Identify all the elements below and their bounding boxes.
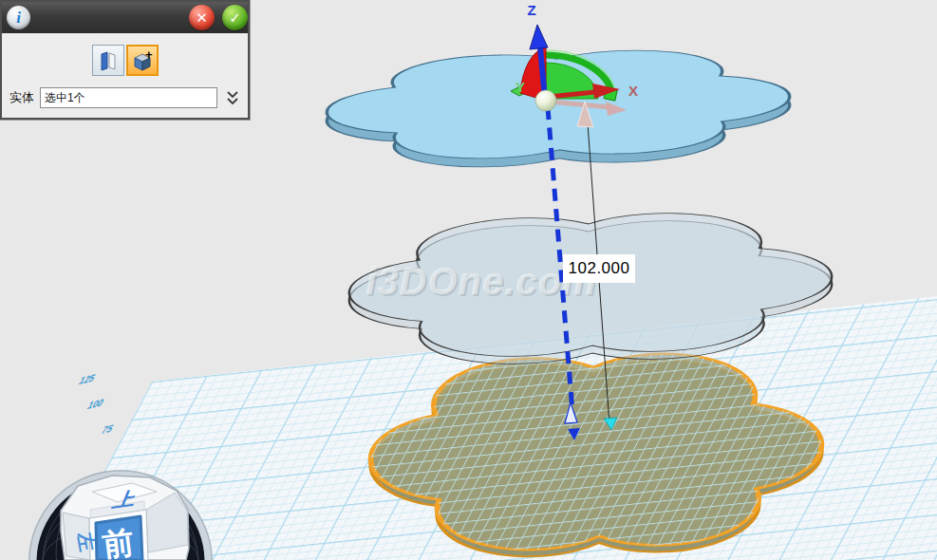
move-command-dialog: i ✕ ✓ + 实体 xyxy=(0,0,250,120)
dialog-header: i ✕ ✓ xyxy=(2,2,248,33)
viewcube-front-label[interactable]: 前 xyxy=(100,524,136,560)
cancel-button[interactable]: ✕ xyxy=(189,5,215,30)
svg-text:+: + xyxy=(145,50,153,62)
mode-toggle-row: + xyxy=(2,33,248,84)
viewcube-left-label[interactable]: 左 xyxy=(74,530,98,553)
mode-copy-button[interactable]: + xyxy=(126,45,159,76)
entity-field-label: 实体 xyxy=(9,89,34,106)
grid-label-125: 125 xyxy=(77,372,98,386)
x-axis-label: X xyxy=(628,83,638,99)
info-icon[interactable]: i xyxy=(7,6,30,29)
z-axis-arrowhead[interactable] xyxy=(530,25,548,49)
move-icon xyxy=(98,50,119,71)
double-chevron-down-icon xyxy=(225,90,240,106)
entity-row: 实体 xyxy=(2,84,248,118)
grid-label-100: 100 xyxy=(85,397,106,411)
grid-label-75: 75 xyxy=(100,422,116,436)
mode-move-button[interactable] xyxy=(92,45,124,76)
z-axis-label: Z xyxy=(527,2,535,18)
copy-icon: + xyxy=(132,50,153,71)
expand-options-button[interactable] xyxy=(223,88,242,107)
y-axis-label: Y xyxy=(515,79,525,95)
dimension-value-label[interactable]: 102.000 xyxy=(563,254,635,283)
origin-sphere-handle[interactable] xyxy=(535,90,556,111)
entity-selection-input[interactable] xyxy=(40,87,217,108)
grid-axis-labels: 125 100 75 xyxy=(77,372,116,436)
application-window: 125 100 75 i3DOne.com i3DOne.com xyxy=(0,0,937,560)
confirm-button[interactable]: ✓ xyxy=(222,5,248,30)
